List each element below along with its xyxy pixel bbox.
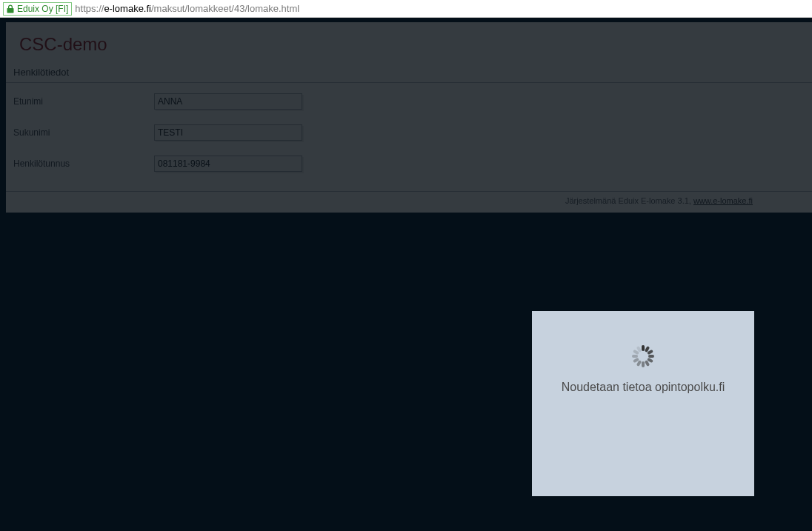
spinner-icon (632, 345, 654, 367)
browser-address-bar: Eduix Oy [FI] https://e-lomake.fi/maksut… (0, 0, 812, 18)
url-path: /maksut/lomakkeet/43/lomake.html (151, 3, 299, 14)
url-host: e-lomake.fi (104, 3, 151, 14)
url-display[interactable]: https://e-lomake.fi/maksut/lomakkeet/43/… (75, 3, 299, 14)
loading-message: Noudetaan tietoa opintopolku.fi (562, 381, 725, 394)
ssl-cert-badge[interactable]: Eduix Oy [FI] (3, 2, 72, 16)
lock-icon (7, 4, 14, 13)
loading-modal: Noudetaan tietoa opintopolku.fi (532, 311, 754, 496)
ssl-cert-label: Eduix Oy [FI] (17, 4, 68, 14)
url-scheme: https:// (75, 3, 104, 14)
